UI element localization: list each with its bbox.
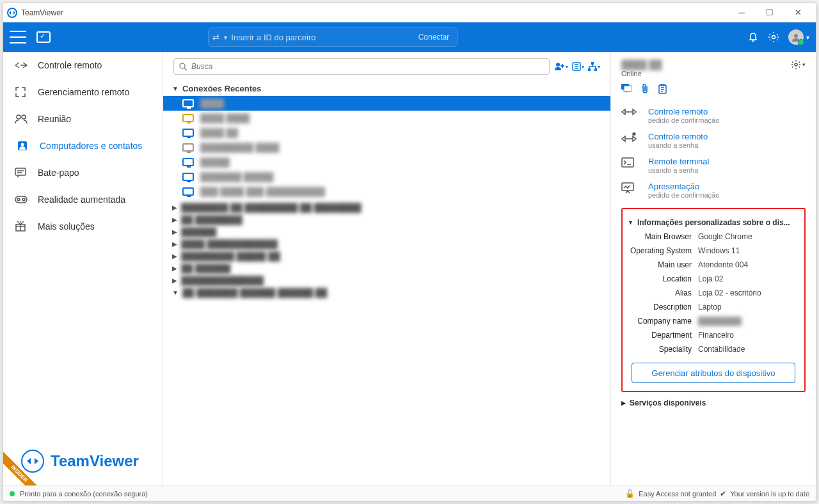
list-item[interactable]: ████ xyxy=(163,96,610,111)
svg-point-13 xyxy=(556,63,560,67)
list-item[interactable]: █████████ ████ xyxy=(163,140,610,155)
group-row[interactable]: ▶█████████ █████ ██ xyxy=(163,250,610,262)
triangle-right-icon: ▶ xyxy=(621,400,626,406)
action-remote-control-confirm[interactable]: Controle remotopedido de confirmação xyxy=(621,103,806,128)
monitor-icon xyxy=(182,158,194,166)
menu-button[interactable] xyxy=(10,31,26,43)
triangle-right-icon: ▶ xyxy=(172,204,177,211)
avatar-icon xyxy=(788,29,804,45)
clipboard-icon[interactable] xyxy=(658,84,667,94)
table-row: Operating SystemWindows 11 xyxy=(628,244,799,258)
sidebar-item-label: Controle remoto xyxy=(38,60,102,70)
contacts-icon xyxy=(17,140,31,152)
close-button[interactable]: ✕ xyxy=(784,3,812,22)
app-title: TeamViewer xyxy=(21,8,63,17)
svg-point-9 xyxy=(17,198,20,201)
sidebar: Controle remoto Gerenciamento remoto Reu… xyxy=(3,52,163,485)
svg-text:✶: ✶ xyxy=(632,132,636,136)
svg-rect-25 xyxy=(622,183,633,191)
ar-icon xyxy=(15,196,29,203)
search-input[interactable] xyxy=(191,62,544,71)
minimize-button[interactable]: ─ xyxy=(728,3,756,22)
gear-icon[interactable] xyxy=(768,31,779,43)
list-item[interactable]: ████ ██ xyxy=(163,125,610,140)
chat-icon[interactable] xyxy=(621,84,632,94)
table-row: DepartmentFinanceiro xyxy=(628,328,799,342)
connect-button[interactable]: Conectar xyxy=(411,33,457,42)
sidebar-item-augmented-reality[interactable]: Realidade aumentada xyxy=(3,186,163,213)
chat-icon xyxy=(15,168,29,178)
manage-attributes-button[interactable]: Gerenciar atributos do dispositivo xyxy=(632,363,795,383)
view-options-button[interactable]: ▾ xyxy=(572,62,584,71)
svg-rect-16 xyxy=(588,68,591,71)
action-remote-terminal[interactable]: Remote terminalusando a senha xyxy=(621,153,806,178)
group-row[interactable]: ▶████████ ██ █████████ ██ ████████ xyxy=(163,201,610,214)
group-row[interactable]: ▶██ ██████ xyxy=(163,262,610,274)
group-row[interactable]: ▶██████████████ xyxy=(163,274,610,287)
monitor-icon xyxy=(182,143,194,152)
recent-connections-list: ████ ████ ████ ████ ██ █████████ ████ ██… xyxy=(163,96,610,201)
group-row[interactable]: ▶██ ████████ xyxy=(163,214,610,226)
table-row: DescriptionLaptop xyxy=(628,300,799,314)
list-item[interactable]: ███ ████ ███ ██████████ xyxy=(163,184,610,199)
group-row[interactable]: ▶██████ xyxy=(163,226,610,238)
sidebar-item-label: Computadores e contatos xyxy=(40,141,142,151)
triangle-down-icon: ▼ xyxy=(172,85,179,92)
attachment-icon[interactable] xyxy=(640,84,649,94)
add-contact-button[interactable]: ▾ xyxy=(555,62,568,71)
triangle-right-icon: ▶ xyxy=(172,228,177,235)
version-text: Your version is up to date xyxy=(730,490,809,498)
table-row: LocationLoja 02 xyxy=(628,272,799,286)
top-ribbon: ⇄ ▾ Conectar ▾ xyxy=(3,22,816,52)
app-icon xyxy=(7,8,17,18)
monitor-icon xyxy=(182,114,194,122)
sidebar-item-chat[interactable]: Bate-papo xyxy=(3,159,163,186)
table-row: SpecialityContabilidade xyxy=(628,342,799,356)
sidebar-item-computers-contacts[interactable]: Computadores e contatos xyxy=(3,132,163,159)
monitor-icon xyxy=(182,187,194,196)
svg-point-2 xyxy=(794,34,798,38)
gear-icon xyxy=(791,59,801,70)
list-item[interactable]: █████ xyxy=(163,155,610,169)
partner-id-input[interactable] xyxy=(231,28,410,46)
titlebar: TeamViewer ─ ☐ ✕ xyxy=(3,3,816,22)
switch-icon[interactable]: ⇄ xyxy=(209,33,223,42)
svg-point-4 xyxy=(22,115,26,119)
search-icon xyxy=(179,63,187,71)
list-item[interactable]: ███████ █████ xyxy=(163,169,610,184)
app-window: TeamViewer ─ ☐ ✕ ⇄ ▾ Conectar ▾ xyxy=(3,3,816,501)
sidebar-item-label: Mais soluções xyxy=(38,221,95,232)
group-row[interactable]: ▶████ ████████████ xyxy=(163,238,610,250)
available-services-header[interactable]: ▶Serviços disponíveis xyxy=(621,392,806,410)
sidebar-item-remote-management[interactable]: Gerenciamento remoto xyxy=(3,79,163,106)
device-settings-button[interactable]: ▾ xyxy=(791,59,806,70)
action-presentation[interactable]: Apresentaçãopedido de confirmação xyxy=(621,178,806,203)
arrows-star-icon: ✶ xyxy=(621,132,639,143)
status-ready-text: Pronto para a conexão (conexão segura) xyxy=(20,490,148,498)
center-panel: ▾ ▾ ▾ ▼ Conexões Recentes ████ ████ ████… xyxy=(163,52,611,485)
account-menu[interactable]: ▾ xyxy=(788,29,809,45)
partner-id-box: ⇄ ▾ Conectar xyxy=(208,28,457,47)
search-box[interactable] xyxy=(173,58,550,75)
statusbar: Pronto para a conexão (conexão segura) 🔓… xyxy=(3,485,816,501)
monitor-icon xyxy=(182,129,194,137)
sidebar-item-more-solutions[interactable]: Mais soluções xyxy=(3,213,163,240)
group-row[interactable]: ▼██ ███████ ██████ ██████ ██ xyxy=(163,287,610,299)
bell-icon[interactable] xyxy=(747,31,759,43)
easy-access-text: Easy Access not granted xyxy=(639,490,716,498)
hierarchy-button[interactable]: ▾ xyxy=(588,62,600,71)
maximize-button[interactable]: ☐ xyxy=(756,3,784,22)
triangle-right-icon: ▶ xyxy=(172,216,177,223)
custom-info-header[interactable]: ▼Informações personalizadas sobre o dis.… xyxy=(628,216,799,230)
sidebar-item-label: Bate-papo xyxy=(38,168,79,178)
chevron-down-icon[interactable]: ▾ xyxy=(224,34,227,41)
svg-point-12 xyxy=(180,63,185,68)
sidebar-item-remote-control[interactable]: Controle remoto xyxy=(3,52,163,79)
list-item[interactable]: ████ ████ xyxy=(163,111,610,125)
action-remote-control-password[interactable]: ✶ Controle remotousando a senha xyxy=(621,128,806,153)
status-dot-icon xyxy=(10,491,15,496)
recent-connections-header[interactable]: ▼ Conexões Recentes xyxy=(163,80,610,96)
triangle-down-icon: ▼ xyxy=(172,289,179,296)
sidebar-item-meeting[interactable]: Reunião xyxy=(3,106,163,132)
feedback-icon[interactable] xyxy=(36,31,51,43)
